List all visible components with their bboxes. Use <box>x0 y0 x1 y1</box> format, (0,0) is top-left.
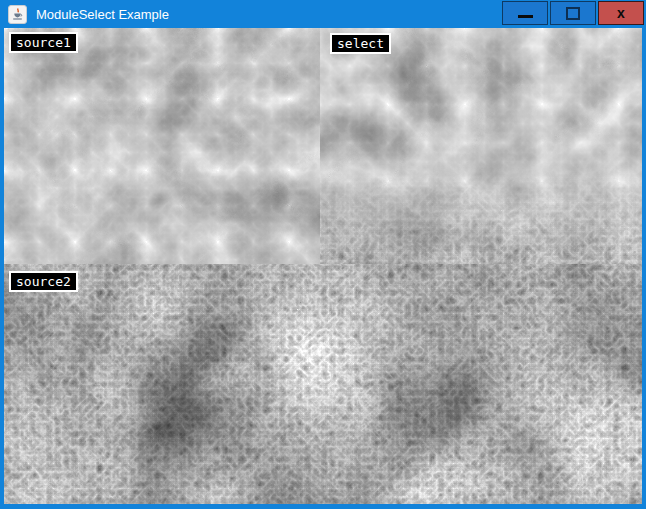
label-source2: source2 <box>9 271 78 292</box>
app-window: ModuleSelect Example x <box>0 0 646 509</box>
texture-source1 <box>4 28 320 264</box>
close-icon: x <box>617 6 625 20</box>
titlebar[interactable]: ModuleSelect Example x <box>0 0 646 28</box>
maximize-button[interactable] <box>550 1 596 25</box>
label-select: select <box>330 33 391 54</box>
close-button[interactable]: x <box>598 1 644 25</box>
minimize-icon <box>518 15 533 18</box>
label-source1: source1 <box>9 32 78 53</box>
java-cup-glyph <box>10 7 25 22</box>
window-title: ModuleSelect Example <box>36 7 169 22</box>
java-coffee-cup-icon[interactable] <box>8 5 27 24</box>
maximize-icon <box>566 7 580 20</box>
texture-source2 <box>4 264 642 504</box>
minimize-button[interactable] <box>502 1 548 25</box>
window-controls: x <box>502 1 644 25</box>
render-area: source1 select source2 <box>4 28 642 504</box>
